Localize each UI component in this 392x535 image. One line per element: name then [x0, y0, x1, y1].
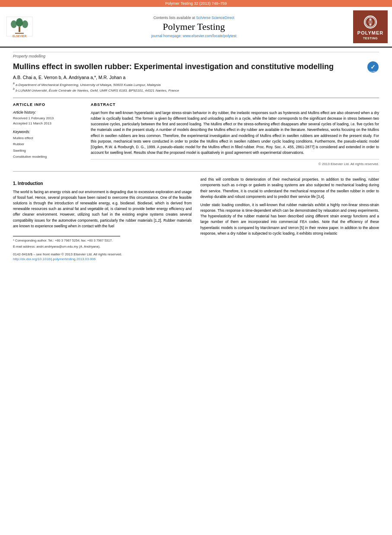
affiliation-b: b b LUNAM Université, École Centrale de … — [13, 87, 379, 92]
keyword-3: Swelling — [13, 148, 82, 154]
journal-homepage-link[interactable]: journal homepage: www.elsevier.com/locat… — [151, 34, 236, 38]
accepted-date: Accepted 11 March 2013 — [13, 121, 82, 126]
article-title: Mullins effect in swollen rubber: Experi… — [13, 62, 363, 72]
svg-text:CrossMark: CrossMark — [369, 70, 377, 73]
section1-heading: 1. Introduction — [13, 180, 192, 187]
svg-rect-5 — [19, 27, 20, 32]
footnote-email: E-mail address: andri.andriyana@um.edu.m… — [13, 244, 192, 249]
abstract-text: Apart from the well-known hyperelastic a… — [91, 110, 379, 156]
keywords-label: Keywords: — [13, 130, 82, 134]
received-date: Received 1 February 2013 — [13, 116, 82, 121]
polymer-logo-icon — [364, 16, 377, 29]
body-col-left: 1. Introduction The world is facing an e… — [13, 177, 192, 250]
article-info-heading: ARTICLE INFO — [13, 102, 82, 107]
journal-name: Polymer Testing — [38, 21, 350, 32]
keyword-2: Rubber — [13, 141, 82, 147]
bottom-doi: http://dx.doi.org/10.1016/j.polymertesti… — [13, 257, 96, 261]
polymer-testing-logo: POLYMER TESTING — [353, 10, 388, 43]
journal-header: ELSEVIER Contents lists available at Sci… — [0, 7, 392, 48]
keyword-1: Mullins effect — [13, 135, 82, 141]
history-label: Article history: — [13, 110, 82, 115]
svg-text:ELSEVIER: ELSEVIER — [13, 35, 26, 38]
elsevier-logo: ELSEVIER — [4, 15, 35, 39]
keyword-4: Constitutive modelling — [13, 154, 82, 160]
sciverse-link[interactable]: SciVerse ScienceDirect — [196, 16, 234, 20]
journal-url: journal homepage: www.elsevier.com/locat… — [38, 34, 350, 38]
polymer-logo-title: POLYMER — [355, 30, 386, 36]
footnote-corresponding: * Corresponding author. Tel.: +60 3 7967… — [13, 238, 192, 243]
body-col2-para1: and this will contribute to deterioratio… — [201, 177, 379, 200]
section-divider — [13, 171, 379, 172]
sciverse-bar: Contents lists available at SciVerse Sci… — [38, 16, 350, 20]
article-info-panel: ARTICLE INFO Article history: Received 1… — [13, 102, 82, 166]
svg-point-3 — [11, 20, 17, 28]
svg-point-2 — [16, 18, 23, 27]
bottom-doi-link[interactable]: http://dx.doi.org/10.1016/j.polymertesti… — [13, 257, 96, 261]
abstract-heading: ABSTRACT — [91, 102, 379, 107]
polymer-logo-subtitle: TESTING — [355, 37, 386, 40]
svg-point-11 — [369, 23, 371, 25]
body-col1-para1: The world is facing an energy crisis and… — [13, 189, 192, 229]
journal-title-section: Contents lists available at SciVerse Sci… — [38, 16, 350, 38]
svg-point-4 — [22, 20, 28, 28]
body-col-right: and this will contribute to deterioratio… — [201, 177, 379, 250]
body-col2-para2: Under static loading condition, it is we… — [201, 202, 379, 236]
svg-point-10 — [369, 18, 371, 20]
copyright-line: © 2013 Elsevier Ltd. All rights reserved… — [91, 159, 379, 166]
affiliation-a: a a Department of Mechanical Engineering… — [13, 82, 379, 87]
svg-text:✓: ✓ — [370, 64, 376, 70]
bottom-bar: 0142-9418/$ – see front matter © 2013 El… — [0, 250, 392, 263]
bottom-issn: 0142-9418/$ – see front matter © 2013 El… — [13, 252, 379, 256]
top-bar: Polymer Testing 32 (2013) 748–759 — [0, 0, 392, 7]
svg-rect-6 — [15, 33, 24, 34]
authors: A.B. Chai a, E. Verron b, A. Andriyana a… — [13, 75, 379, 80]
crossmark-icon: ✓ CrossMark — [367, 61, 379, 73]
top-bar-text: Polymer Testing 32 (2013) 748–759 — [165, 1, 226, 6]
section-label: Property modelling — [13, 52, 379, 58]
abstract-panel: ABSTRACT Apart from the well-known hyper… — [91, 102, 379, 166]
